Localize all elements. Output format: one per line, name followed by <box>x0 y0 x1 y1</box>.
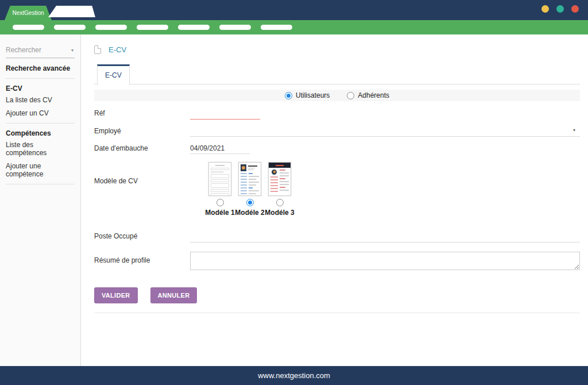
chevron-down-icon: ▾ <box>573 128 575 133</box>
field-row-resume: Résumé de profile <box>94 252 580 272</box>
radio-icon[interactable] <box>347 92 354 99</box>
field-row-poste: Poste Occupé <box>94 230 580 242</box>
cv-template-3-caption: Modéle 3 <box>265 209 294 217</box>
nav-menu-item-pill[interactable] <box>137 25 168 30</box>
resume-label: Résumé de profile <box>94 252 190 264</box>
footer-url: www.nextgestion.com <box>258 371 330 380</box>
resume-textarea[interactable] <box>190 252 580 270</box>
field-row-ref: Réf <box>94 107 580 120</box>
sidebar-item-ajouter-competence[interactable]: Ajouter une compétence <box>6 162 75 178</box>
date-embauche-label: Date d'embauche <box>94 143 190 152</box>
sidebar-section-competences: Compétences <box>6 129 75 137</box>
sidebar-section-ecv: E-CV <box>6 84 75 93</box>
search-input[interactable] <box>6 46 71 54</box>
chevron-down-icon[interactable]: ▾ <box>71 48 75 53</box>
cv-template-3-thumbnail[interactable] <box>268 162 291 196</box>
poste-label: Poste Occupé <box>94 230 190 240</box>
window-control-dots <box>541 5 579 13</box>
ref-input[interactable] <box>190 108 260 120</box>
cv-template-2-caption: Modéle 2 <box>235 209 264 217</box>
inactive-browser-tab[interactable] <box>48 6 95 17</box>
cv-template-caption-row: Modéle 1 Modéle 2 Modéle 3 <box>205 206 580 217</box>
sidebar-item-recherche-avancee[interactable]: Recherche avancée <box>6 64 75 72</box>
sidebar-item-liste-competences[interactable]: Liste des compétences <box>6 141 75 157</box>
avatar <box>272 170 277 175</box>
cv-template-radio-row <box>205 199 580 206</box>
nav-menu-item-pill[interactable] <box>261 25 292 30</box>
radio-modele-1[interactable] <box>216 199 224 206</box>
divider <box>6 123 75 124</box>
radio-adherents[interactable]: Adhérents <box>347 91 389 99</box>
field-row-date-embauche: Date d'embauche <box>94 143 580 155</box>
cv-template-thumbnails <box>205 162 580 196</box>
modele-cv-label: Modèle de CV <box>94 162 190 185</box>
nav-menu-item-pill[interactable] <box>54 25 86 30</box>
avatar <box>241 164 246 171</box>
audience-radio-group: Utilisateurs Adhérents <box>94 90 580 101</box>
sidebar-item-liste-cv[interactable]: La liste des CV <box>6 96 75 104</box>
nav-menu-item-pill[interactable] <box>178 25 210 30</box>
document-icon <box>94 45 101 54</box>
ref-label: Réf <box>94 107 190 117</box>
field-row-modele-cv: Modèle de CV <box>94 162 580 217</box>
tab-ecv[interactable]: E-CV <box>97 64 130 85</box>
radio-modele-2[interactable] <box>246 199 254 206</box>
teal-dot-icon[interactable] <box>556 5 564 13</box>
poste-input[interactable] <box>190 231 580 242</box>
brand-tab[interactable]: NextGestion <box>5 6 52 20</box>
radio-label: Utilisateurs <box>296 91 330 99</box>
cv-template-2-thumbnail[interactable] <box>238 162 261 196</box>
tab-strip: E-CV <box>94 64 580 84</box>
radio-label: Adhérents <box>358 91 389 99</box>
divider <box>6 78 75 79</box>
radio-utilisateurs[interactable]: Utilisateurs <box>285 91 330 99</box>
nav-menu-item-pill[interactable] <box>95 25 127 30</box>
window-title-bar: NextGestion <box>0 0 588 20</box>
nav-menu-item-pill[interactable] <box>219 25 251 30</box>
annuler-button[interactable]: ANNULER <box>150 287 198 303</box>
brand-label: NextGestion <box>12 10 44 16</box>
sidebar-search: ▾ <box>6 46 75 58</box>
footer-bar: www.nextgestion.com <box>0 366 588 385</box>
sidebar-item-ajouter-cv[interactable]: Ajouter un CV <box>6 109 75 117</box>
radio-icon[interactable] <box>285 92 292 99</box>
field-row-employe: Employé ▾ <box>94 125 580 137</box>
cv-template-1-caption: Modéle 1 <box>205 209 234 217</box>
cv-template-1-thumbnail[interactable] <box>208 162 231 196</box>
employe-label: Employé <box>94 125 190 135</box>
red-dot-icon[interactable] <box>571 5 579 13</box>
yellow-dot-icon[interactable] <box>541 5 549 13</box>
sidebar: ▾ Recherche avancée E-CV La liste des CV… <box>0 34 81 366</box>
divider <box>94 313 580 313</box>
page-title: E-CV <box>109 45 126 54</box>
main-content: E-CV E-CV Utilisateurs Adhérents Réf <box>81 34 588 366</box>
date-embauche-input[interactable] <box>190 143 250 154</box>
valider-button[interactable]: VALIDER <box>94 287 138 303</box>
radio-modele-3[interactable] <box>276 199 284 206</box>
ecv-form: Réf Employé ▾ Date d'embauche <box>94 107 580 313</box>
divider <box>6 58 75 59</box>
divider <box>6 184 75 184</box>
main-nav-bar <box>0 20 588 34</box>
nav-menu-item-pill[interactable] <box>13 25 44 30</box>
employe-select[interactable]: ▾ <box>190 125 580 137</box>
